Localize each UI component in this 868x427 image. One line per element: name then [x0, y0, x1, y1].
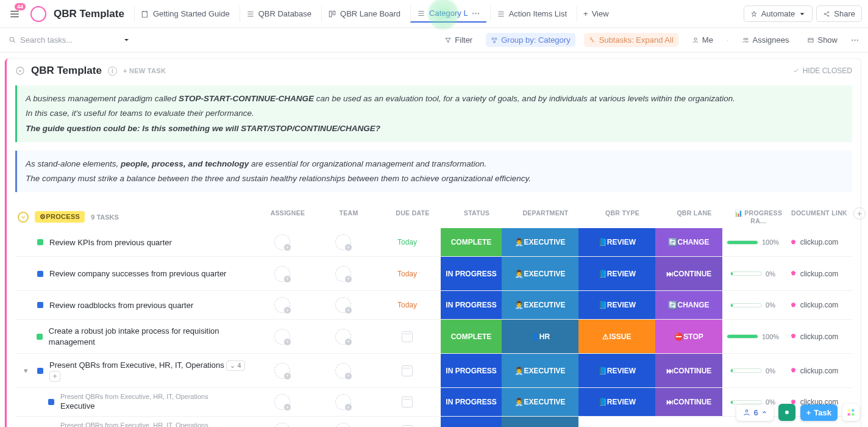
col-assignee[interactable]: ASSIGNEE — [257, 209, 318, 224]
lane-cell[interactable]: ⏭CONTINUE — [655, 388, 722, 416]
tab-qbr-database[interactable]: QBR Database — [240, 5, 318, 22]
col-due[interactable]: DUE DATE — [379, 209, 446, 224]
document-link[interactable]: clickup.com — [783, 301, 844, 309]
subtasks-button[interactable]: Subtasks: Expand All — [584, 33, 678, 47]
team-picker[interactable] — [335, 234, 351, 250]
share-button[interactable]: Share — [816, 5, 862, 22]
me-filter[interactable]: Me — [687, 33, 718, 47]
team-picker[interactable] — [335, 297, 351, 313]
progress-cell[interactable]: 0% — [722, 367, 783, 375]
document-link[interactable]: clickup.com — [783, 270, 844, 278]
due-date-picker[interactable] — [402, 396, 413, 407]
assignee-picker[interactable] — [274, 329, 290, 345]
status-square[interactable] — [48, 399, 54, 405]
more-icon[interactable]: ⋯ — [851, 35, 859, 45]
new-task-button[interactable]: + NEW TASK — [123, 67, 166, 74]
subtask-count[interactable]: ⌄ 4 — [226, 361, 244, 371]
task-row[interactable]: Review company successes from previous q… — [15, 257, 852, 291]
type-cell[interactable]: 📘REVIEW — [578, 388, 655, 416]
lane-cell[interactable]: 🔄CHANGE — [655, 228, 722, 256]
task-name[interactable]: Review roadblocks from previous quarter — [49, 301, 193, 310]
collapse-icon[interactable] — [15, 66, 25, 76]
new-task-floating-button[interactable]: + Task — [800, 404, 838, 421]
automate-button[interactable]: Automate — [744, 5, 813, 22]
team-picker[interactable] — [335, 423, 351, 427]
tab-lane-board[interactable]: QBR Lane Board — [321, 5, 407, 22]
workspace-logo[interactable] — [30, 6, 46, 22]
department-cell[interactable]: 👨‍💼EXECUTIVE — [502, 388, 578, 416]
filter-button[interactable]: Filter — [439, 33, 477, 47]
department-cell[interactable]: 👤HR — [502, 417, 578, 427]
lane-cell[interactable]: ⏭CONTINUE — [655, 257, 722, 290]
department-cell[interactable]: 👨‍💼EXECUTIVE — [502, 291, 578, 319]
group-by-button[interactable]: Group by: Category — [486, 33, 575, 47]
progress-cell[interactable]: 100% — [722, 333, 783, 340]
status-cell[interactable]: COMPLETE — [441, 320, 502, 353]
status-square[interactable] — [37, 239, 43, 245]
lane-cell[interactable]: ⏭CONTINUE — [655, 354, 722, 387]
info-icon[interactable]: i — [108, 66, 117, 76]
department-cell[interactable]: 👨‍💼EXECUTIVE — [502, 257, 578, 290]
progress-cell[interactable]: 100% — [722, 239, 783, 246]
team-picker[interactable] — [335, 394, 351, 410]
task-row[interactable]: Review KPIs from previous quarter TodayC… — [15, 228, 852, 257]
assignee-picker[interactable] — [274, 423, 290, 427]
tab-getting-started[interactable]: Getting Started Guide — [134, 5, 236, 22]
task-row[interactable]: ▾ Present QBRs from Executive, HR, IT, O… — [15, 354, 852, 388]
type-cell[interactable]: 📘REVIEW — [578, 354, 655, 387]
add-column-button[interactable]: + — [853, 207, 866, 220]
assignee-picker[interactable] — [274, 234, 290, 250]
group-collapse-icon[interactable] — [18, 212, 29, 223]
apps-button[interactable] — [842, 404, 859, 421]
due-date[interactable]: Today — [374, 270, 441, 278]
menu-button[interactable]: 44 — [6, 5, 23, 23]
task-name[interactable]: Review company successes from previous q… — [49, 269, 226, 278]
team-picker[interactable] — [335, 266, 351, 282]
progress-cell[interactable]: 0% — [722, 301, 783, 309]
add-subtask-button[interactable]: + — [49, 371, 60, 382]
expand-icon[interactable]: ▾ — [24, 366, 31, 375]
add-view-button[interactable]: + View — [577, 5, 615, 22]
col-progress[interactable]: 📊 PROGRESS RA... — [728, 209, 789, 224]
document-link[interactable]: clickup.com — [783, 238, 844, 246]
assignees-filter[interactable]: Assignees — [737, 33, 794, 47]
team-picker[interactable] — [335, 363, 351, 379]
col-department[interactable]: DEPARTMENT — [507, 209, 584, 224]
tab-category[interactable]: Category L ⋯ — [410, 5, 486, 23]
task-row[interactable]: Present QBRs from Executive, HR, IT, Ope… — [15, 417, 852, 427]
group-name[interactable]: ⚙PROCESS — [35, 211, 85, 223]
type-cell[interactable]: 📘REVIEW — [578, 257, 655, 290]
col-status[interactable]: STATUS — [446, 209, 507, 224]
col-doc[interactable]: DOCUMENT LINK — [789, 209, 850, 224]
task-name[interactable]: Create a robust job intake process for r… — [49, 326, 219, 346]
lane-cell[interactable]: ⛔STOP — [655, 320, 722, 353]
due-date-picker[interactable] — [402, 331, 413, 342]
department-cell[interactable]: 👨‍💼EXECUTIVE — [502, 354, 578, 387]
search-tasks[interactable]: Search tasks... — [9, 35, 130, 45]
due-date-picker[interactable] — [402, 365, 413, 376]
record-button[interactable] — [778, 404, 795, 421]
progress-cell[interactable]: 0% — [722, 270, 783, 278]
department-cell[interactable]: 👨‍💼EXECUTIVE — [502, 228, 578, 256]
due-date[interactable]: Today — [374, 238, 441, 246]
department-cell[interactable]: 👤HR — [502, 320, 578, 353]
col-team[interactable]: TEAM — [318, 209, 379, 224]
status-cell[interactable]: IN PROGRESS — [441, 257, 502, 290]
tab-more-icon[interactable]: ⋯ — [472, 9, 480, 18]
assignee-picker[interactable] — [274, 266, 290, 282]
col-lane[interactable]: QBR LANE — [661, 209, 728, 224]
task-name[interactable]: Executive — [60, 401, 94, 411]
type-cell[interactable]: ⚠ISSUE — [578, 320, 655, 353]
status-cell[interactable]: IN PROGRESS — [441, 291, 502, 319]
task-name[interactable]: Present QBRs from Executive, HR, IT, Ope… — [49, 361, 224, 370]
status-square[interactable] — [37, 368, 43, 374]
due-date[interactable]: Today — [374, 301, 441, 309]
hide-closed-button[interactable]: HIDE CLOSED — [792, 66, 852, 75]
type-cell[interactable]: 📘REVIEW — [578, 228, 655, 256]
assignee-picker[interactable] — [274, 297, 290, 313]
status-cell[interactable]: IN PROGRESS — [441, 354, 502, 387]
list-title[interactable]: QBR Template — [31, 65, 102, 77]
tab-action-items[interactable]: Action Items List — [490, 5, 573, 22]
page-title[interactable]: QBR Template — [54, 8, 124, 20]
type-cell[interactable]: 📘REVIEW — [578, 291, 655, 319]
